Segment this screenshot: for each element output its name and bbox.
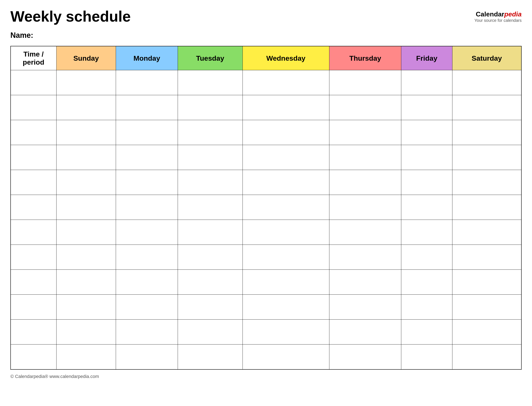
- table-cell[interactable]: [401, 245, 452, 270]
- table-cell[interactable]: [329, 295, 401, 319]
- table-cell[interactable]: [452, 95, 521, 120]
- table-cell[interactable]: [56, 270, 116, 295]
- table-cell[interactable]: [242, 295, 329, 319]
- table-cell[interactable]: [452, 245, 521, 270]
- table-cell[interactable]: [329, 145, 401, 170]
- table-cell[interactable]: [178, 295, 242, 319]
- table-cell[interactable]: [329, 95, 401, 120]
- table-cell[interactable]: [11, 319, 56, 345]
- table-cell[interactable]: [116, 120, 178, 145]
- table-cell[interactable]: [329, 245, 401, 270]
- table-cell[interactable]: [401, 145, 452, 170]
- table-cell[interactable]: [401, 70, 452, 95]
- table-cell[interactable]: [11, 170, 56, 195]
- table-cell[interactable]: [56, 95, 116, 120]
- table-cell[interactable]: [178, 120, 242, 145]
- table-cell[interactable]: [11, 220, 56, 245]
- table-cell[interactable]: [452, 70, 521, 95]
- table-cell[interactable]: [11, 245, 56, 270]
- table-cell[interactable]: [116, 220, 178, 245]
- table-cell[interactable]: [329, 220, 401, 245]
- table-cell[interactable]: [56, 170, 116, 195]
- table-cell[interactable]: [401, 345, 452, 370]
- table-cell[interactable]: [56, 295, 116, 319]
- table-cell[interactable]: [401, 120, 452, 145]
- table-cell[interactable]: [242, 145, 329, 170]
- table-cell[interactable]: [56, 120, 116, 145]
- page-header: Weekly schedule Calendarpedia Your sourc…: [10, 8, 522, 25]
- table-cell[interactable]: [56, 220, 116, 245]
- table-cell[interactable]: [178, 245, 242, 270]
- footer: © Calendarpedia® www.calendarpedia.com: [10, 374, 522, 379]
- table-cell[interactable]: [11, 70, 56, 95]
- table-cell[interactable]: [401, 270, 452, 295]
- table-cell[interactable]: [242, 220, 329, 245]
- table-cell[interactable]: [401, 170, 452, 195]
- table-cell[interactable]: [329, 170, 401, 195]
- table-cell[interactable]: [242, 120, 329, 145]
- table-cell[interactable]: [116, 145, 178, 170]
- table-cell[interactable]: [452, 120, 521, 145]
- table-cell[interactable]: [116, 245, 178, 270]
- table-cell[interactable]: [56, 319, 116, 345]
- table-cell[interactable]: [116, 295, 178, 319]
- table-cell[interactable]: [452, 270, 521, 295]
- table-cell[interactable]: [329, 319, 401, 345]
- table-cell[interactable]: [242, 345, 329, 370]
- table-cell[interactable]: [11, 295, 56, 319]
- table-cell[interactable]: [242, 195, 329, 220]
- table-cell[interactable]: [11, 195, 56, 220]
- table-cell[interactable]: [56, 145, 116, 170]
- table-cell[interactable]: [116, 195, 178, 220]
- footer-text: © Calendarpedia® www.calendarpedia.com: [10, 374, 99, 379]
- table-row: [11, 345, 521, 370]
- table-cell[interactable]: [452, 319, 521, 345]
- table-cell[interactable]: [452, 195, 521, 220]
- table-cell[interactable]: [329, 270, 401, 295]
- table-cell[interactable]: [11, 120, 56, 145]
- table-cell[interactable]: [329, 345, 401, 370]
- table-cell[interactable]: [401, 295, 452, 319]
- table-cell[interactable]: [178, 170, 242, 195]
- table-cell[interactable]: [329, 120, 401, 145]
- table-cell[interactable]: [178, 145, 242, 170]
- table-cell[interactable]: [116, 170, 178, 195]
- table-cell[interactable]: [116, 95, 178, 120]
- table-cell[interactable]: [116, 345, 178, 370]
- table-cell[interactable]: [452, 345, 521, 370]
- table-cell[interactable]: [452, 220, 521, 245]
- table-cell[interactable]: [178, 319, 242, 345]
- table-cell[interactable]: [242, 270, 329, 295]
- table-cell[interactable]: [56, 195, 116, 220]
- table-cell[interactable]: [178, 70, 242, 95]
- table-cell[interactable]: [11, 145, 56, 170]
- table-cell[interactable]: [178, 345, 242, 370]
- table-cell[interactable]: [401, 220, 452, 245]
- table-cell[interactable]: [401, 95, 452, 120]
- table-cell[interactable]: [11, 345, 56, 370]
- table-cell[interactable]: [329, 70, 401, 95]
- table-cell[interactable]: [401, 195, 452, 220]
- table-cell[interactable]: [242, 245, 329, 270]
- table-cell[interactable]: [178, 95, 242, 120]
- table-cell[interactable]: [178, 195, 242, 220]
- table-cell[interactable]: [11, 95, 56, 120]
- table-cell[interactable]: [452, 295, 521, 319]
- table-cell[interactable]: [116, 270, 178, 295]
- table-cell[interactable]: [116, 70, 178, 95]
- table-cell[interactable]: [178, 270, 242, 295]
- table-cell[interactable]: [56, 345, 116, 370]
- table-cell[interactable]: [452, 170, 521, 195]
- table-cell[interactable]: [242, 319, 329, 345]
- table-cell[interactable]: [56, 70, 116, 95]
- table-cell[interactable]: [242, 170, 329, 195]
- table-cell[interactable]: [242, 95, 329, 120]
- table-cell[interactable]: [178, 220, 242, 245]
- table-cell[interactable]: [452, 145, 521, 170]
- table-cell[interactable]: [116, 319, 178, 345]
- table-cell[interactable]: [242, 70, 329, 95]
- table-cell[interactable]: [329, 195, 401, 220]
- table-cell[interactable]: [401, 319, 452, 345]
- table-cell[interactable]: [56, 245, 116, 270]
- table-cell[interactable]: [11, 270, 56, 295]
